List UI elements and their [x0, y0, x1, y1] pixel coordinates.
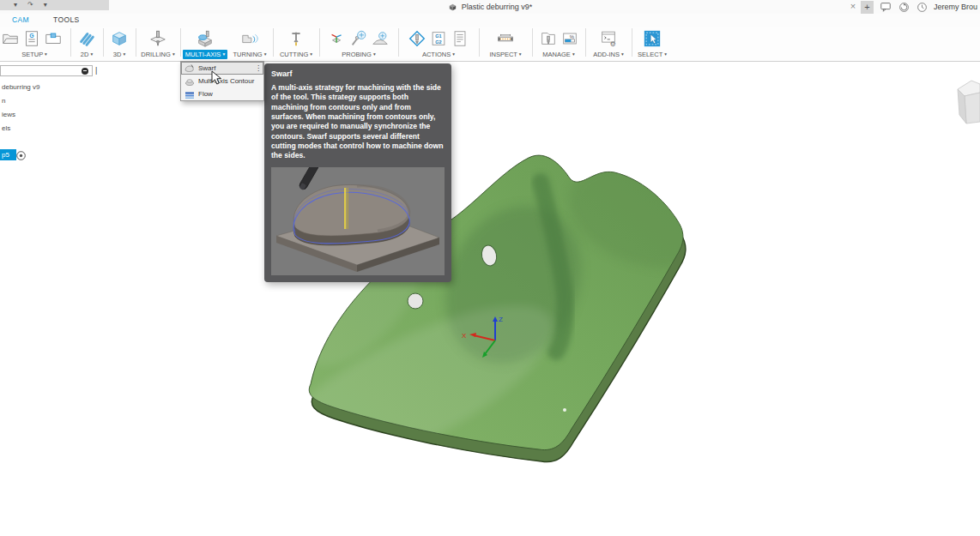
swarf-tooltip: Swarf A multi-axis strategy for machinin… — [264, 63, 451, 282]
toolbar-label-inspect[interactable]: INSPECT ▾ — [487, 50, 523, 59]
inspect-surface-icon[interactable] — [370, 27, 391, 49]
more-options-icon[interactable]: ⋮ — [255, 64, 262, 72]
turning-icon[interactable] — [239, 27, 261, 49]
browser-item-n[interactable]: n — [0, 95, 9, 106]
toolbar-separator — [585, 28, 586, 57]
toolbar-separator — [632, 28, 632, 57]
svg-text:⚙: ⚙ — [610, 39, 616, 47]
svg-text:%: % — [569, 34, 574, 39]
swarf-icon — [184, 63, 195, 74]
toolbar-label-probing[interactable]: PROBING ▾ — [339, 50, 378, 59]
target-icon[interactable] — [15, 149, 27, 160]
setup-sheet-icon[interactable] — [450, 27, 471, 49]
chevron-down-icon: ▾ — [519, 51, 522, 57]
ribbon-toolbar: GSETUP ▾2D ▾3D ▾DRILLING ▾MULTI-AXIS ▾TU… — [0, 27, 980, 62]
chevron-down-icon: ▾ — [452, 51, 455, 57]
toolbar-label-turning[interactable]: TURNING ▾ — [230, 50, 269, 59]
menu-item-flow[interactable]: Flow — [181, 87, 263, 100]
gcode-document-icon[interactable]: G — [21, 27, 42, 49]
2d-pocket-icon[interactable] — [76, 27, 98, 49]
triad-x-label: X — [462, 332, 467, 340]
multi-axis-icon[interactable] — [195, 27, 216, 49]
user-name[interactable]: Jeremy Brou — [934, 3, 977, 11]
toolbar-separator — [319, 28, 320, 57]
toolbar-label-cutting[interactable]: CUTTING ▾ — [277, 50, 315, 59]
toolbar-group-actions: G1G2ACTIONS ▾ — [400, 27, 477, 59]
flow-icon — [184, 88, 195, 99]
machining-time-icon[interactable]: % — [559, 27, 580, 49]
toolbar-group-3d: 3D ▾ — [105, 27, 134, 59]
chevron-down-icon: ▾ — [264, 51, 267, 57]
toolbar-group-setup: GSETUP ▾ — [0, 27, 69, 59]
chevron-down-icon: ▾ — [621, 51, 624, 57]
toolbar-separator — [532, 28, 533, 57]
browser-item-els[interactable]: els — [0, 123, 15, 134]
document-title: Plastic deburring v9* — [462, 3, 533, 11]
chevron-down-icon: ▾ — [310, 51, 312, 57]
cutting-icon[interactable] — [286, 27, 307, 49]
post-process-icon[interactable]: G1G2 — [428, 27, 450, 49]
toolbar-separator — [136, 28, 136, 57]
chevron-down-icon: ▾ — [572, 51, 575, 57]
multi-axis-contour-icon — [184, 75, 195, 87]
toolbar-label-drilling[interactable]: DRILLING ▾ — [138, 50, 177, 59]
folder-icon[interactable] — [42, 27, 64, 49]
svg-text:G1: G1 — [435, 33, 441, 39]
folder-milling-icon[interactable] — [0, 27, 21, 49]
toolbar-separator — [273, 28, 274, 57]
tool-library-icon[interactable] — [537, 27, 559, 49]
document-tab[interactable]: Plastic deburring v9* — [0, 0, 980, 14]
wcs-probe-icon[interactable] — [327, 27, 348, 49]
chevron-down-icon: ▾ — [123, 51, 125, 57]
tooltip-body: A multi-axis strategy for machining with… — [271, 83, 445, 161]
toolbar-separator — [479, 28, 480, 57]
toolbar-separator — [180, 28, 181, 57]
view-cube[interactable] — [953, 72, 980, 132]
tooltip-title: Swarf — [271, 69, 445, 78]
minus-circle-icon[interactable] — [82, 68, 88, 75]
clock-icon[interactable] — [916, 1, 928, 13]
chevron-down-icon: ▾ — [373, 51, 376, 57]
toolbar-separator — [398, 28, 399, 57]
select-icon[interactable] — [642, 27, 663, 49]
browser-search-input[interactable] — [0, 65, 93, 76]
measure-icon[interactable] — [495, 27, 517, 49]
generate-icon[interactable] — [407, 27, 428, 49]
chevron-down-icon: ▾ — [222, 51, 225, 57]
toolbar-label-actions[interactable]: ACTIONS ▾ — [420, 50, 457, 59]
svg-text:G2: G2 — [435, 39, 441, 44]
toolbar-group-manage: %MANAGE ▾ — [534, 27, 584, 59]
toolbar-group-inspect: INSPECT ▾ — [481, 27, 530, 59]
toolbar-label-setup[interactable]: SETUP ▾ — [19, 50, 50, 59]
document-cube-icon — [448, 3, 457, 12]
probe-geometry-icon[interactable] — [348, 27, 370, 49]
tab-tools[interactable]: TOOLS — [48, 14, 85, 27]
toolbar-label-select[interactable]: SELECT ▾ — [635, 50, 669, 59]
toolbar-group-cutting: CUTTING ▾ — [275, 27, 318, 59]
3d-adaptive-icon[interactable] — [109, 27, 130, 49]
comment-icon[interactable] — [880, 1, 892, 13]
model-hole-left[interactable] — [408, 293, 423, 309]
drilling-icon[interactable] — [148, 27, 169, 49]
browser-item-deburring-v9[interactable]: deburring v9 — [0, 81, 44, 93]
new-document-tab-button[interactable]: + — [861, 1, 874, 14]
toolbar-group-multi-axis: MULTI-AXIS ▾ — [182, 27, 228, 59]
toolbar-label-multi-axis[interactable]: MULTI-AXIS ▾ — [183, 50, 227, 59]
toolbar-label-2d[interactable]: 2D ▾ — [78, 50, 95, 59]
browser-item-p5[interactable]: p5 — [0, 149, 16, 160]
svg-text:G: G — [29, 32, 33, 38]
chevron-down-icon: ▾ — [45, 51, 47, 57]
toolbar-label-add-ins[interactable]: ADD-INS ▾ — [590, 50, 626, 59]
close-document-icon[interactable]: × — [848, 1, 858, 11]
browser-item-iews[interactable]: iews — [0, 109, 20, 120]
toolbar-separator — [70, 28, 71, 57]
menu-item-label: Flow — [198, 90, 213, 98]
toolbar-group-probing: PROBING ▾ — [321, 27, 396, 59]
sync-icon[interactable] — [898, 1, 910, 13]
toolbar-label-manage[interactable]: MANAGE ▾ — [540, 50, 577, 59]
model-viewport[interactable]: Z X — [0, 0, 980, 536]
toolbar-label-3d[interactable]: 3D ▾ — [111, 50, 128, 59]
menu-item-label: Multi-Axis Contour — [198, 77, 254, 85]
title-bar: ▾ ↷ ▾ Plastic deburring v9* × + Jeremy B… — [0, 0, 980, 14]
scripts-addins-icon[interactable]: ⚙ — [598, 27, 620, 49]
